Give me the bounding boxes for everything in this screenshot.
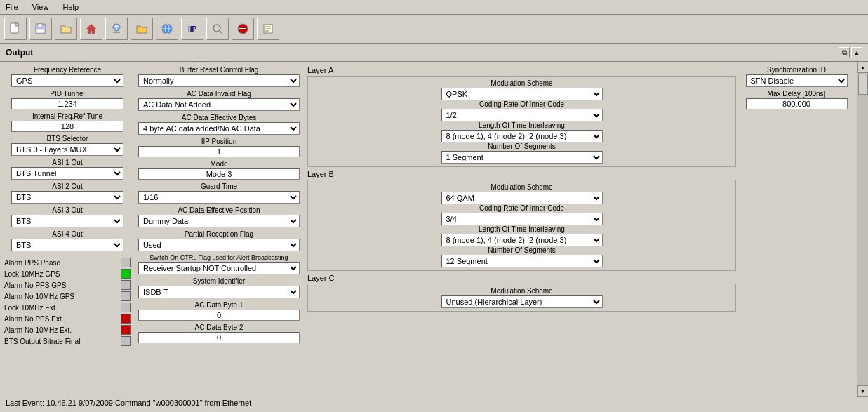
asi4-select[interactable]: BTS xyxy=(11,239,123,251)
scroll-up-btn[interactable]: ▲ xyxy=(857,62,869,73)
pid-tunnel-group: PID Tunnel xyxy=(4,90,131,109)
layer-b-title: Layer B xyxy=(307,170,736,178)
layer-a-modulation-select[interactable]: QPSK xyxy=(441,88,603,100)
menu-help[interactable]: Help xyxy=(60,1,81,13)
guard-time-group: Guard Time 1/16 xyxy=(135,182,303,204)
buffer-reset-select[interactable]: Normally xyxy=(138,74,300,87)
alarm-lock-10mhz-ext-label: Lock 10MHz Ext. xyxy=(4,304,58,312)
layer-b-time-interleave-select[interactable]: 8 (mode 1), 4 (mode 2), 2 (mode 3) xyxy=(441,234,603,246)
switch-on-ctrl-select[interactable]: Receiver Startup NOT Controlled xyxy=(138,262,300,274)
toolbar-globe-btn[interactable] xyxy=(156,18,178,40)
layer-a-time-interleave-select[interactable]: 8 (mode 1), 4 (mode 2), 2 (mode 3) xyxy=(441,130,603,142)
bts-selector-label: BTS Selector xyxy=(47,135,88,142)
layer-a-coding-rate-select[interactable]: 1/2 xyxy=(441,109,603,121)
ac-invalid-select[interactable]: AC Data Not Added xyxy=(138,98,300,111)
layer-b-modulation-select[interactable]: 64 QAM xyxy=(441,192,603,204)
asi3-select[interactable]: BTS xyxy=(11,215,123,227)
alarm-pps-phase-indicator xyxy=(121,258,131,267)
scroll-down-btn[interactable]: ▼ xyxy=(857,385,869,397)
svg-point-9 xyxy=(213,25,220,32)
toolbar-stop-btn[interactable] xyxy=(232,18,254,40)
layer-a-modulation-label: Modulation Scheme xyxy=(490,79,552,87)
toolbar-home-btn[interactable] xyxy=(80,18,102,40)
alarm-lock-10mhz-gps-indicator xyxy=(121,269,131,279)
layer-a-time-interleave-group: Length Of Time Interleaving 8 (mode 1), … xyxy=(311,121,733,142)
layer-a-section: Layer A Modulation Scheme QPSK Coding Ra… xyxy=(307,66,736,167)
freq-ref-group: Frequency Reference GPS xyxy=(4,66,131,87)
asi1-group: ASI 1 Out BTS Tunnel xyxy=(4,159,131,180)
max-delay-input[interactable] xyxy=(746,98,848,109)
sync-id-select[interactable]: SFN Disable xyxy=(746,74,848,87)
svg-line-10 xyxy=(220,31,222,34)
asi1-select[interactable]: BTS Tunnel xyxy=(11,167,123,180)
alarm-no-10mhz-ext-indicator xyxy=(121,325,131,335)
iip-position-input[interactable] xyxy=(138,146,300,157)
toolbar-folder-btn[interactable] xyxy=(131,18,153,40)
alarm-lock-10mhz-ext-row: Lock 10MHz Ext. xyxy=(4,302,131,313)
menu-file[interactable]: File xyxy=(3,1,21,13)
sync-panel: Synchronization ID SFN Disable Max Delay… xyxy=(740,66,853,385)
freq-ref-select[interactable]: GPS xyxy=(11,74,123,87)
restore-icon[interactable]: ⧉ xyxy=(839,47,850,58)
pid-tunnel-input[interactable] xyxy=(11,98,123,109)
iip-position-label: IIP Position xyxy=(201,138,236,145)
ac-byte2-label: AC Data Byte 2 xyxy=(195,324,243,331)
ac-byte1-label: AC Data Byte 1 xyxy=(195,301,243,309)
mode-input[interactable] xyxy=(138,168,300,180)
scroll-up-icon[interactable]: ▲ xyxy=(851,47,862,58)
toolbar-edit-btn[interactable] xyxy=(257,18,279,40)
guard-time-select[interactable]: 1/16 xyxy=(138,191,300,204)
alarm-bts-bitrate-label: BTS Output Bitrate Final xyxy=(4,338,80,345)
guard-time-label: Guard Time xyxy=(201,182,237,190)
alarm-no-pps-gps-row: Alarm No PPS GPS xyxy=(4,279,131,291)
alarm-lock-10mhz-gps-label: Lock 10MHz GPS xyxy=(4,270,60,278)
layer-c-title: Layer C xyxy=(307,274,736,282)
layer-a-title: Layer A xyxy=(307,66,736,74)
toolbar-open-btn[interactable] xyxy=(55,18,77,40)
buffer-reset-label: Buffer Reset Control Flag xyxy=(180,66,259,74)
layer-c-modulation-select[interactable]: Unused (Hierarchical Layer) xyxy=(441,295,603,308)
layer-a-coding-rate-label: Coding Rate Of Inner Code xyxy=(479,100,564,108)
system-id-select[interactable]: ISDB-T xyxy=(138,286,300,298)
alarm-lock-10mhz-gps-row: Lock 10MHz GPS xyxy=(4,268,131,279)
svg-rect-1 xyxy=(15,23,18,26)
content-area: Frequency Reference GPS PID Tunnel Inter… xyxy=(0,62,857,397)
layer-b-num-segments-select[interactable]: 12 Segment xyxy=(441,255,603,267)
menu-view[interactable]: View xyxy=(29,1,52,13)
ac-byte1-input[interactable] xyxy=(138,310,300,321)
layer-b-time-interleave-label: Length Of Time Interleaving xyxy=(479,225,565,233)
sync-id-group: Synchronization ID SFN Disable xyxy=(740,66,853,87)
layer-b-modulation-label: Modulation Scheme xyxy=(490,183,552,191)
layer-b-modulation-group: Modulation Scheme 64 QAM xyxy=(311,183,733,204)
title-bar: Output ⧉ ▲ xyxy=(0,44,868,62)
ac-eff-position-select[interactable]: Dummy Data xyxy=(138,215,300,227)
internal-freq-group: Internal Freq.Ref.Tune xyxy=(4,112,131,132)
toolbar-iip-btn[interactable]: IIP xyxy=(181,18,203,40)
scroll-thumb[interactable] xyxy=(858,74,868,95)
mode-group: Mode xyxy=(135,160,303,180)
layer-a-time-interleave-label: Length Of Time Interleaving xyxy=(479,121,565,129)
ac-byte2-input[interactable] xyxy=(138,332,300,343)
toolbar-upload-btn[interactable] xyxy=(105,18,128,40)
layer-b-coding-rate-select[interactable]: 3/4 xyxy=(441,213,603,225)
toolbar-new-btn[interactable] xyxy=(4,18,27,40)
system-id-group: System Identifier ISDB-T xyxy=(135,277,303,298)
scroll-track[interactable] xyxy=(857,73,869,385)
page-title: Output xyxy=(6,48,33,58)
asi2-select[interactable]: BTS xyxy=(11,191,123,204)
alarm-pps-phase-row: Alarm PPS Phase xyxy=(4,257,131,268)
partial-reception-select[interactable]: Used xyxy=(138,239,300,251)
toolbar-save-btn[interactable] xyxy=(29,18,52,40)
alarm-no-pps-ext-row: Alarm No PPS Ext. xyxy=(4,313,131,324)
layer-a-num-segments-select[interactable]: 1 Segment xyxy=(441,151,603,164)
ac-byte1-group: AC Data Byte 1 xyxy=(135,301,303,321)
layer-c-section: Layer C Modulation Scheme Unused (Hierar… xyxy=(307,274,736,312)
asi3-group: ASI 3 Out BTS xyxy=(4,206,131,227)
toolbar-search-btn[interactable] xyxy=(206,18,229,40)
layer-a-num-segments-label: Number Of Segments xyxy=(488,142,556,150)
internal-freq-input[interactable] xyxy=(11,121,123,132)
ac-effective-bytes-select[interactable]: 4 byte AC data added/No AC Data xyxy=(138,122,300,135)
switch-on-ctrl-label: Switch On CTRL Flag used for Alert Broad… xyxy=(149,254,288,261)
bts-selector-select[interactable]: BTS 0 - Layers MUX xyxy=(11,143,123,156)
system-id-label: System Identifier xyxy=(193,277,245,285)
